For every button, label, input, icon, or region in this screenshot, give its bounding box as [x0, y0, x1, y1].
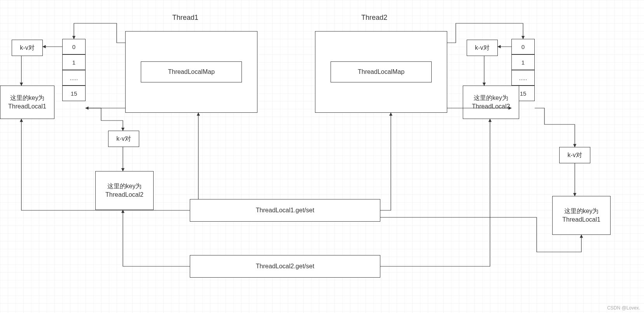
right-kv-15: k-v对 [559, 147, 590, 163]
left-kv-0: k-v对 [12, 40, 43, 56]
thread2-title: Thread2 [361, 14, 387, 22]
left-array: 0 1 ..... 15 [62, 39, 86, 101]
threadlocal2-getset: ThreadLocal2.get/set [190, 255, 380, 278]
left-key-tl1: 这里的key为 ThreadLocal1 [0, 86, 54, 119]
thread2-map-box: ThreadLocalMap [331, 61, 432, 82]
right-kv-0: k-v对 [467, 40, 498, 56]
right-array-cell: 1 [511, 54, 535, 70]
thread1-box: ThreadLocalMap [125, 31, 257, 113]
watermark: CSDN @Lovex. [607, 305, 640, 311]
threadlocal1-getset: ThreadLocal1.get/set [190, 199, 380, 222]
thread1-title: Thread1 [172, 14, 198, 22]
left-key-tl2: 这里的key为 ThreadLocal2 [95, 171, 154, 210]
left-array-cell: 1 [62, 54, 86, 70]
left-kv-15: k-v对 [108, 131, 139, 147]
thread1-map-box: ThreadLocalMap [141, 61, 242, 82]
right-array-cell: ..... [511, 70, 535, 86]
right-key-tl1: 这里的key为 ThreadLocal1 [552, 196, 611, 235]
left-array-cell: 0 [62, 39, 86, 54]
thread2-box: ThreadLocalMap [315, 31, 447, 113]
diagram-canvas: Thread1 Thread2 ThreadLocalMap ThreadLoc… [0, 0, 644, 313]
left-array-cell: 15 [62, 86, 86, 101]
right-key-tl2: 这里的key为 ThreadLocal2 [463, 86, 519, 119]
right-array-cell: 0 [511, 39, 535, 54]
left-array-cell: ..... [62, 70, 86, 86]
